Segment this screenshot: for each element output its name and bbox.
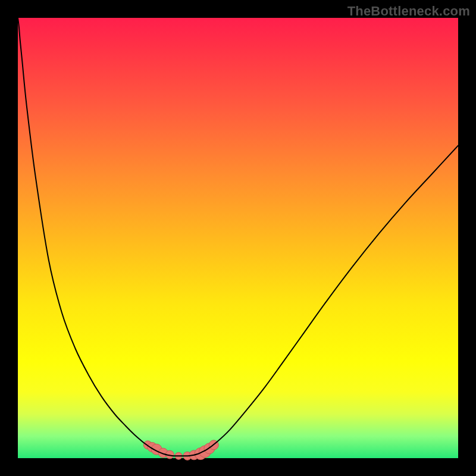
bottleneck-curve — [18, 18, 458, 456]
chart-svg — [18, 18, 458, 458]
watermark-text: TheBottleneck.com — [347, 4, 470, 19]
